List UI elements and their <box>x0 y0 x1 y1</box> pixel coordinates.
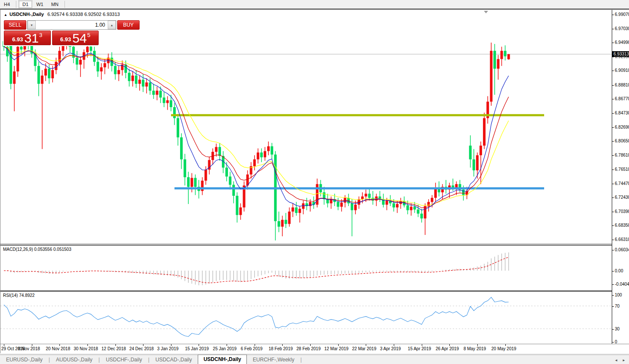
axis-tick <box>612 212 614 212</box>
price-axis-label: 6.74470 <box>615 181 629 186</box>
chart-window: ▲USDCNH-,Daily6.92574 6.93338 6.92502 6.… <box>0 9 629 353</box>
panel-separator[interactable] <box>0 290 629 291</box>
date-axis-label: 25 Jan 2019 <box>213 346 237 351</box>
symbol-title: USDCNH-,Daily <box>9 12 44 17</box>
axis-tick <box>612 184 614 184</box>
date-axis-label: 3 Apr 2019 <box>380 346 401 351</box>
collapse-trade-panel-icon[interactable]: ▲ <box>4 13 7 17</box>
macd-label: MACD(12,26,9) 0.053556 0.051503 <box>3 247 71 252</box>
axis-tick <box>612 306 614 307</box>
price-axis-label: 6.90910 <box>615 68 629 73</box>
date-axis-label: 8 May 2019 <box>464 346 486 351</box>
chart-tab-usdchf[interactable]: USDCHF-,Daily <box>100 355 148 364</box>
ohlc-values: 6.92574 6.93338 6.92502 6.93313 <box>47 12 120 17</box>
buy-price-pips: 54 <box>72 32 87 44</box>
current-price-tag: 6.93313 <box>612 51 629 57</box>
date-tick <box>338 344 339 346</box>
buy-price-panel[interactable]: 6.93 54 5 <box>52 31 99 45</box>
panel-separator[interactable] <box>0 291 629 292</box>
axis-tick <box>612 295 614 296</box>
axis-tick <box>612 250 614 250</box>
macd-indicator-canvas <box>0 246 612 290</box>
chart-tabs-bar: EURUSD-,Daily|AUDUSD-,Daily|USDCHF-,Dail… <box>0 355 629 364</box>
date-tick <box>477 344 478 346</box>
chart-tab-eurchf[interactable]: EURCHF-,Weekly <box>247 355 300 364</box>
scroll-to-end-marker[interactable] <box>484 11 488 13</box>
date-tick <box>255 344 255 346</box>
axis-tick <box>612 155 614 156</box>
timeframe-button-d1[interactable]: D1 <box>19 1 32 8</box>
tabs-scroll-left-icon[interactable]: ◄ <box>614 358 618 362</box>
axis-tick <box>612 71 614 71</box>
volume-decrease-icon[interactable]: ▼ <box>28 21 36 29</box>
sell-price-panel[interactable]: 6.93 31 3 <box>4 31 51 45</box>
axis-tick <box>612 271 614 271</box>
panel-separator[interactable] <box>0 244 629 244</box>
macd-axis-label: 0.00 <box>615 268 623 273</box>
date-tick <box>115 344 116 346</box>
sell-price-pips: 31 <box>25 32 39 44</box>
chart-tab-eurusd[interactable]: EURUSD-,Daily <box>0 355 49 364</box>
macd-axis-label: -0.040415 <box>615 282 629 287</box>
date-axis-label: 24 Dec 2018 <box>129 346 154 351</box>
axis-tick <box>612 284 614 285</box>
axis-tick <box>612 197 614 198</box>
sell-button[interactable]: SELL <box>4 20 26 30</box>
one-click-trading-widget: SELL ▼ ▲ BUY 6.93 31 3 6.93 54 5 <box>3 19 100 46</box>
axis-tick <box>612 170 614 170</box>
chart-tab-usdcad[interactable]: USDCAD-,Daily <box>149 355 198 364</box>
window-border <box>0 344 629 344</box>
price-axis-label: 6.94990 <box>615 40 629 45</box>
date-tick <box>366 344 366 346</box>
date-axis-label: 8 Nov 2018 <box>18 346 40 351</box>
date-axis-label: 15 Jan 2019 <box>185 346 209 351</box>
volume-increase-icon[interactable]: ▲ <box>108 21 116 29</box>
rsi-value: 74.8922 <box>19 293 34 298</box>
timeframe-button-w1[interactable]: W1 <box>33 1 47 8</box>
date-axis-label: 6 Feb 2019 <box>241 346 263 351</box>
date-axis-label: 30 Nov 2018 <box>74 346 98 351</box>
buy-price-point: 5 <box>87 32 90 38</box>
date-axis-label: 15 Apr 2019 <box>408 346 431 351</box>
date-axis-label: 12 Mar 2019 <box>324 346 349 351</box>
sell-price-point: 3 <box>39 32 42 38</box>
timeframe-button-mn[interactable]: MN <box>48 1 62 8</box>
toolbar-separator <box>16 1 16 8</box>
axis-tick <box>612 99 614 99</box>
rsi-indicator-canvas <box>0 292 612 344</box>
tab-divider: | <box>300 357 302 364</box>
date-tick <box>59 344 60 346</box>
sell-price-prefix: 6.93 <box>12 36 23 43</box>
chart-header: ▲USDCNH-,Daily6.92574 6.93338 6.92502 6.… <box>4 12 120 17</box>
buy-button[interactable]: BUY <box>117 20 140 30</box>
tabs-scroll-right-icon[interactable]: ► <box>622 358 626 362</box>
axis-tick <box>612 225 614 226</box>
buy-price-prefix: 6.93 <box>60 36 71 43</box>
panel-separator[interactable] <box>0 245 629 246</box>
date-axis-label: 12 Dec 2018 <box>102 346 126 351</box>
date-tick <box>87 344 88 346</box>
date-tick <box>4 344 4 346</box>
macd-signal-value: 0.051503 <box>53 247 72 252</box>
price-axis-label: 6.66310 <box>615 237 629 242</box>
date-tick <box>422 344 422 346</box>
date-axis-label: 28 Feb 2019 <box>296 346 321 351</box>
price-axis-label: 6.84730 <box>615 111 629 115</box>
volume-input[interactable] <box>36 21 108 29</box>
date-tick <box>449 344 450 346</box>
rsi-axis-label: 100 <box>615 293 622 297</box>
date-axis-label: 26 Apr 2019 <box>436 346 459 351</box>
chart-tab-audusd[interactable]: AUDUSD-,Daily <box>50 355 99 364</box>
price-axis-label: 6.78610 <box>615 153 629 157</box>
date-tick <box>394 344 394 346</box>
timeframe-toolbar: H4D1W1MN <box>0 0 629 9</box>
price-axis-label: 6.82690 <box>615 125 629 130</box>
price-axis-label: 6.72430 <box>615 195 629 200</box>
axis-tick <box>612 342 614 342</box>
date-axis: 29 Oct 20188 Nov 201820 Nov 201830 Nov 2… <box>0 344 612 353</box>
rsi-axis-label: 30 <box>615 327 620 331</box>
timeframe-button-h4[interactable]: H4 <box>0 1 13 8</box>
axis-tick <box>612 15 614 15</box>
chart-tab-usdcnh[interactable]: USDCNH-,Daily <box>198 355 246 364</box>
axis-tick <box>612 43 614 43</box>
